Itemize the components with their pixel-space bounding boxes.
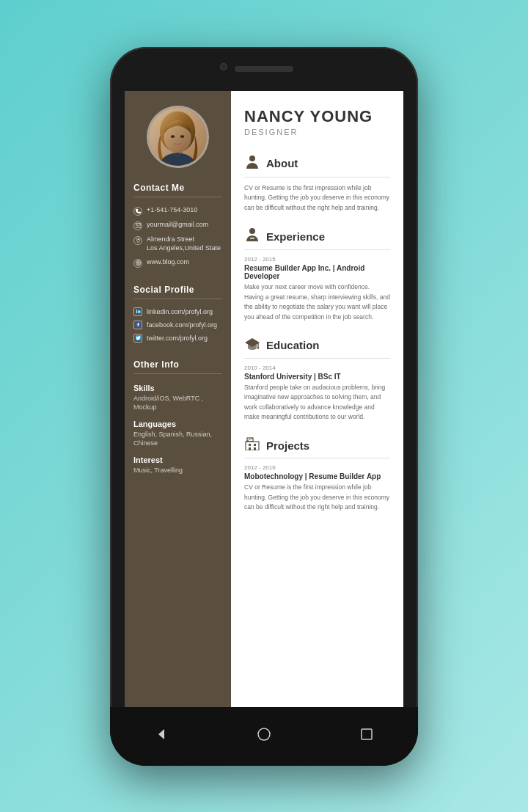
phone-camera xyxy=(220,63,227,70)
about-text: CV or Resume is the first impression whi… xyxy=(244,183,390,213)
phone-speaker xyxy=(235,66,293,72)
interest-item: Interest Music, Travelling xyxy=(125,452,231,479)
other-divider xyxy=(133,373,222,374)
home-button[interactable] xyxy=(257,727,271,745)
email-icon xyxy=(133,222,142,230)
languages-title: Languages xyxy=(133,420,222,428)
svg-rect-23 xyxy=(249,444,251,446)
projects-divider xyxy=(244,458,390,458)
avatar-section xyxy=(125,91,231,175)
projects-title: Projects xyxy=(266,439,309,452)
svg-point-7 xyxy=(137,238,139,240)
contact-divider xyxy=(133,197,222,197)
education-school: Stanford University | BSc IT xyxy=(244,373,390,381)
svg-rect-25 xyxy=(249,447,251,450)
phone-top-bar xyxy=(110,47,418,91)
projects-name: Mobotechnology | Resume Builder App xyxy=(244,472,390,480)
svg-rect-6 xyxy=(136,224,141,228)
contact-address: Almendra StreetLos Angeles,United State xyxy=(125,233,231,255)
about-section: About CV or Resume is the first impressi… xyxy=(231,147,403,221)
about-icon xyxy=(244,155,260,172)
languages-text: English, Spanish, Russian, Chinese xyxy=(133,430,222,448)
contact-web: www.blog.com xyxy=(125,255,231,270)
social-divider xyxy=(133,299,222,299)
education-title: Education xyxy=(266,339,320,351)
main-content: NANCY YOUNG DESIGNER About xyxy=(231,91,403,707)
contact-section-title: Contact Me xyxy=(125,175,231,197)
interest-title: Interest xyxy=(133,456,222,464)
social-section-title: Social Profile xyxy=(125,277,231,299)
svg-point-15 xyxy=(249,228,255,234)
about-header: About xyxy=(244,155,390,172)
experience-section: Experience 2012 - 2015 Resume Builder Ap… xyxy=(231,220,403,329)
skills-text: Android/iOS, WebRTC , Mockup xyxy=(133,394,222,412)
projects-section: Projects 2012 - 2016 Mobotechnology | Re… xyxy=(231,430,403,520)
sidebar: Contact Me +1-541-754-3010 yourmail@gmai… xyxy=(125,91,231,707)
projects-icon xyxy=(244,437,260,453)
social-facebook: facebook.com/profyl.org xyxy=(125,318,231,332)
experience-divider xyxy=(244,249,390,250)
skills-title: Skills xyxy=(133,384,222,392)
avatar-image xyxy=(149,106,207,168)
svg-rect-10 xyxy=(136,311,137,314)
svg-rect-26 xyxy=(254,447,256,450)
about-title: About xyxy=(266,157,298,169)
svg-point-4 xyxy=(171,135,175,138)
education-text: Stanford people take on audacious proble… xyxy=(244,383,390,423)
contact-email: yourmail@gmail.com xyxy=(125,218,231,233)
facebook-icon xyxy=(133,321,142,329)
address-text: Almendra StreetLos Angeles,United State xyxy=(147,235,221,253)
education-divider xyxy=(244,358,390,359)
social-twitter: twitter.com/profyl.org xyxy=(125,332,231,345)
phone-device: Contact Me +1-541-754-3010 yourmail@gmai… xyxy=(110,47,418,766)
interest-text: Music, Travelling xyxy=(133,466,222,475)
svg-point-11 xyxy=(136,310,136,310)
projects-date: 2012 - 2016 xyxy=(244,464,390,471)
experience-title: Experience xyxy=(266,230,325,243)
svg-rect-24 xyxy=(254,444,256,446)
svg-point-14 xyxy=(249,156,255,161)
linkedin-icon xyxy=(133,307,142,316)
phone-screen: Contact Me +1-541-754-3010 yourmail@gmai… xyxy=(125,91,403,707)
header-section: NANCY YOUNG DESIGNER xyxy=(231,91,403,147)
languages-item: Languages English, Spanish, Russian, Chi… xyxy=(125,416,231,452)
phone-nav-bar xyxy=(110,707,418,766)
contact-phone: +1-541-754-3010 xyxy=(125,203,231,218)
phone-text: +1-541-754-3010 xyxy=(147,205,197,215)
projects-text: CV or Resume is the first impression whi… xyxy=(244,483,390,513)
education-icon xyxy=(244,337,260,354)
recents-button[interactable] xyxy=(359,727,374,745)
skills-item: Skills Android/iOS, WebRTC , Mockup xyxy=(125,380,231,416)
svg-point-19 xyxy=(257,347,259,348)
experience-header: Experience xyxy=(244,227,390,245)
about-divider xyxy=(244,177,390,178)
education-section: Education 2010 - 2014 Stanford Universit… xyxy=(231,330,403,430)
web-text: www.blog.com xyxy=(147,257,189,267)
svg-rect-29 xyxy=(362,729,372,739)
svg-rect-20 xyxy=(246,442,259,450)
avatar xyxy=(147,106,209,168)
education-date: 2010 - 2014 xyxy=(244,365,390,371)
svg-point-28 xyxy=(258,728,270,740)
projects-header: Projects xyxy=(244,437,390,453)
linkedin-text: linkedin.com/profyl.org xyxy=(147,308,213,315)
experience-job-title: Resume Builder App Inc. | Android Develo… xyxy=(244,264,390,280)
social-linkedin: linkedin.com/profyl.org xyxy=(125,305,231,318)
email-text: yourmail@gmail.com xyxy=(147,220,208,230)
facebook-text: facebook.com/profyl.org xyxy=(147,321,217,329)
web-icon xyxy=(133,259,142,268)
twitter-icon xyxy=(133,334,142,343)
svg-rect-16 xyxy=(250,238,254,239)
person-name: NANCY YOUNG xyxy=(244,107,390,126)
back-button[interactable] xyxy=(154,727,169,745)
experience-text: Make your next career move with confiden… xyxy=(244,282,390,322)
experience-date: 2012 - 2015 xyxy=(244,256,390,263)
app-content: Contact Me +1-541-754-3010 yourmail@gmai… xyxy=(125,91,403,707)
experience-icon xyxy=(244,227,260,245)
location-icon xyxy=(133,236,142,245)
phone-icon xyxy=(133,207,142,216)
other-section-title: Other Info xyxy=(125,352,231,373)
twitter-text: twitter.com/profyl.org xyxy=(147,334,208,342)
person-title: DESIGNER xyxy=(244,128,390,136)
svg-point-5 xyxy=(180,135,185,138)
